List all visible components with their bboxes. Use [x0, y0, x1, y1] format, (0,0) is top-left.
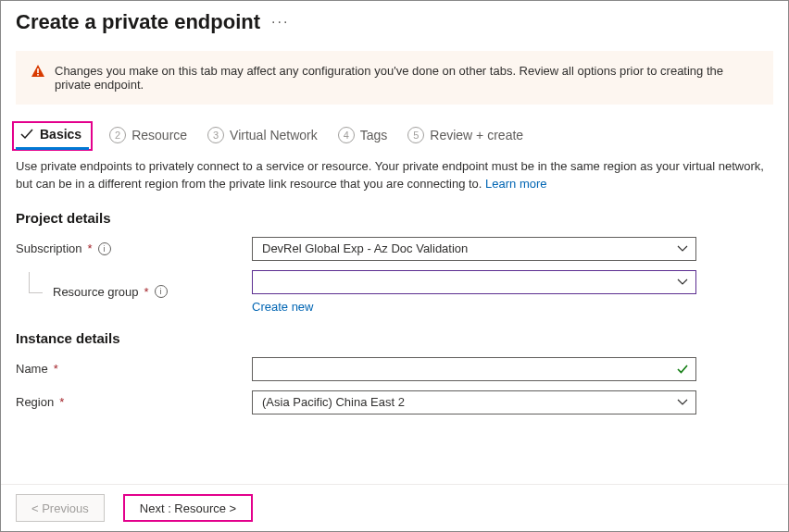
- name-input[interactable]: [252, 357, 696, 381]
- page-title: Create a private endpoint: [16, 10, 260, 34]
- chevron-down-icon: [677, 277, 688, 288]
- info-icon[interactable]: i: [155, 285, 168, 298]
- previous-button: < Previous: [16, 494, 105, 522]
- tab-virtual-network[interactable]: 3 Virtual Network: [207, 127, 318, 143]
- info-icon[interactable]: i: [98, 242, 111, 255]
- tab-description: Use private endpoints to privately conne…: [16, 158, 773, 193]
- tab-review-create[interactable]: 5 Review + create: [407, 127, 523, 143]
- resource-group-label: Resource group: [53, 285, 139, 299]
- step-number: 4: [338, 127, 355, 143]
- create-new-link[interactable]: Create new: [252, 300, 313, 314]
- chevron-down-icon: [677, 397, 688, 408]
- warning-icon: [31, 64, 45, 79]
- tab-resource[interactable]: 2 Resource: [109, 127, 187, 143]
- region-value: (Asia Pacific) China East 2: [262, 395, 405, 409]
- tab-label: Tags: [360, 128, 388, 142]
- tab-label: Basics: [40, 127, 81, 142]
- step-number: 3: [207, 127, 224, 143]
- tab-label: Review + create: [430, 128, 523, 142]
- checkmark-icon: [19, 127, 34, 142]
- tab-basics[interactable]: Basics: [16, 123, 89, 147]
- learn-more-link[interactable]: Learn more: [485, 177, 546, 191]
- svg-rect-0: [37, 68, 39, 73]
- wizard-tabs: Basics 2 Resource 3 Virtual Network 4 Ta…: [1, 118, 788, 156]
- chevron-down-icon: [677, 243, 688, 254]
- more-icon[interactable]: ···: [271, 14, 289, 31]
- wizard-footer: < Previous Next : Resource >: [1, 484, 788, 531]
- resource-group-select[interactable]: [252, 270, 696, 294]
- warning-text: Changes you make on this tab may affect …: [55, 64, 758, 92]
- step-number: 2: [109, 127, 126, 143]
- section-instance-details: Instance details: [16, 330, 773, 346]
- next-button[interactable]: Next : Resource >: [123, 494, 253, 522]
- warning-banner: Changes you make on this tab may affect …: [16, 51, 773, 105]
- tab-label: Virtual Network: [230, 128, 318, 142]
- section-project-details: Project details: [16, 210, 773, 226]
- tab-label: Resource: [132, 128, 187, 142]
- region-select[interactable]: (Asia Pacific) China East 2: [252, 390, 696, 414]
- subscription-label: Subscription: [16, 241, 82, 255]
- step-number: 5: [407, 127, 424, 143]
- subscription-value: DevRel Global Exp - Az Doc Validation: [262, 241, 468, 255]
- name-label: Name: [16, 362, 48, 376]
- checkmark-icon: [676, 363, 689, 376]
- region-label: Region: [16, 395, 54, 409]
- tab-tags[interactable]: 4 Tags: [338, 127, 388, 143]
- svg-rect-1: [37, 74, 39, 76]
- subscription-select[interactable]: DevRel Global Exp - Az Doc Validation: [252, 237, 696, 261]
